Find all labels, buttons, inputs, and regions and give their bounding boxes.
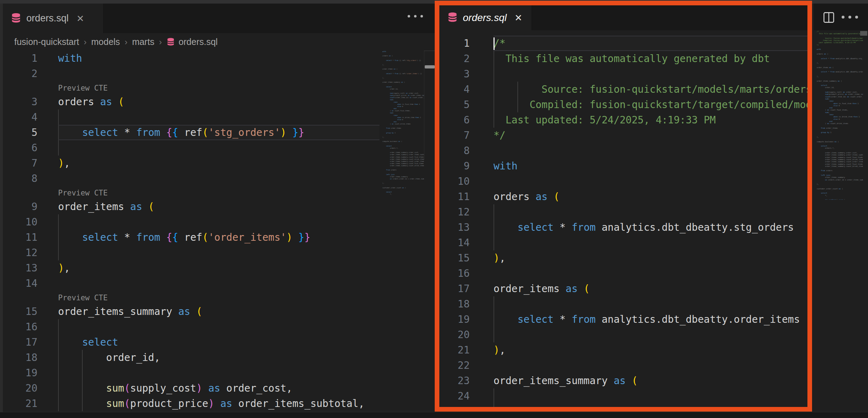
code-text[interactable]: orders as ( bbox=[494, 189, 807, 204]
code-line[interactable]: 9with bbox=[439, 158, 807, 174]
code-text[interactable]: select * from {{ ref('order_items') }} bbox=[58, 230, 379, 245]
code-line[interactable]: 7*/ bbox=[439, 128, 807, 143]
code-line[interactable]: 6 bbox=[3, 140, 379, 156]
right-minimap[interactable]: /* This file was automatically generated… bbox=[817, 30, 863, 200]
code-line[interactable]: 14 bbox=[439, 235, 807, 250]
code-line[interactable]: 1with bbox=[3, 51, 379, 66]
code-line[interactable]: 17order_items as ( bbox=[439, 281, 807, 296]
code-line[interactable]: 25 select bbox=[439, 404, 807, 407]
code-line[interactable]: 19 bbox=[3, 365, 379, 381]
code-text[interactable]: orders as ( bbox=[58, 94, 379, 109]
code-line[interactable]: 3 bbox=[439, 66, 807, 82]
code-text[interactable]: order_items_summary as ( bbox=[494, 373, 807, 388]
code-text[interactable] bbox=[494, 143, 807, 158]
code-text[interactable] bbox=[58, 245, 379, 260]
code-text[interactable]: Last updated: 5/24/2025, 4:19:33 PM bbox=[494, 112, 807, 128]
code-text[interactable]: with bbox=[58, 51, 379, 66]
code-text[interactable]: sum(product_price) as order_items_subtot… bbox=[58, 396, 379, 411]
code-text[interactable] bbox=[58, 109, 379, 125]
code-text[interactable]: order_items as ( bbox=[494, 281, 807, 296]
code-text[interactable]: select * from analytics.dbt_dbeatty.stg_… bbox=[494, 220, 807, 235]
code-text[interactable]: */ bbox=[494, 128, 807, 143]
code-line[interactable]: 19 select * from analytics.dbt_dbeatty.o… bbox=[439, 312, 807, 327]
code-text[interactable] bbox=[494, 66, 807, 82]
code-text[interactable]: select bbox=[58, 335, 379, 350]
code-text[interactable]: with bbox=[494, 158, 807, 174]
code-line[interactable]: 15), bbox=[439, 250, 807, 266]
left-minimap[interactable]: with orders as ( select * from {{ ref('s… bbox=[382, 51, 424, 197]
code-text[interactable]: ), bbox=[58, 156, 379, 171]
tab-orders-sql-preview[interactable]: orders.sql ✕ bbox=[439, 5, 532, 30]
code-line[interactable]: 7), bbox=[3, 156, 379, 171]
code-line[interactable]: 5 Compiled: fusion-quickstart/target/com… bbox=[439, 97, 807, 112]
code-line[interactable]: 17 select bbox=[3, 335, 379, 350]
code-line[interactable]: 2 This file was automatically generated … bbox=[439, 51, 807, 66]
code-text[interactable] bbox=[494, 327, 807, 342]
codelens-preview-cte[interactable]: Preview CTE bbox=[3, 81, 379, 94]
code-text[interactable] bbox=[58, 365, 379, 381]
code-line[interactable]: 20 sum(supply_cost) as order_cost, bbox=[3, 381, 379, 396]
code-line[interactable]: 12 bbox=[3, 245, 379, 260]
code-text[interactable] bbox=[494, 266, 807, 281]
code-text[interactable] bbox=[494, 388, 807, 404]
code-text[interactable] bbox=[58, 140, 379, 156]
code-text[interactable]: sum(supply_cost) as order_cost, bbox=[58, 381, 379, 396]
right-editor[interactable]: 1/*2 This file was automatically generat… bbox=[439, 36, 807, 407]
code-line[interactable]: 11orders as ( bbox=[439, 189, 807, 204]
scrollbar-thumb[interactable] bbox=[425, 65, 435, 68]
code-text[interactable]: Compiled: fusion-quickstart/target/compi… bbox=[494, 97, 807, 112]
code-line[interactable]: 4 bbox=[3, 109, 379, 125]
breadcrumb-item[interactable]: models bbox=[91, 37, 120, 47]
breadcrumb-item[interactable]: fusion-quickstart bbox=[14, 37, 79, 47]
code-line[interactable]: 9order_items as ( bbox=[3, 199, 379, 214]
code-text[interactable]: This file was automatically generated by… bbox=[494, 51, 807, 66]
breadcrumb-file[interactable]: orders.sql bbox=[179, 37, 218, 47]
scrollbar-thumb[interactable] bbox=[860, 31, 867, 36]
code-line[interactable]: 11 select * from {{ ref('order_items') }… bbox=[3, 230, 379, 245]
code-text[interactable]: select * from analytics.dbt_dbeatty.orde… bbox=[494, 312, 807, 327]
code-line[interactable]: 12 bbox=[439, 204, 807, 220]
code-line[interactable]: 21 sum(product_price) as order_items_sub… bbox=[3, 396, 379, 411]
code-text[interactable] bbox=[58, 171, 379, 186]
code-line[interactable]: 10 bbox=[3, 214, 379, 230]
code-text[interactable]: order_id, bbox=[58, 350, 379, 365]
left-editor[interactable]: 1with2Preview CTE3orders as (45 select *… bbox=[3, 51, 379, 412]
code-text[interactable]: order_items as ( bbox=[58, 199, 379, 214]
code-text[interactable] bbox=[494, 174, 807, 189]
code-text[interactable]: ), bbox=[58, 260, 379, 276]
more-actions-button[interactable] bbox=[408, 15, 423, 17]
close-icon[interactable]: ✕ bbox=[77, 14, 84, 23]
tab-orders-sql[interactable]: orders.sql ✕ bbox=[3, 4, 104, 33]
code-line[interactable]: 18 order_id, bbox=[3, 350, 379, 365]
code-line[interactable]: 21), bbox=[439, 342, 807, 358]
code-line[interactable]: 15order_items_summary as ( bbox=[3, 304, 379, 319]
code-text[interactable] bbox=[494, 296, 807, 312]
code-line[interactable]: 13 select * from analytics.dbt_dbeatty.s… bbox=[439, 220, 807, 235]
code-text[interactable]: ), bbox=[494, 250, 807, 266]
code-text[interactable] bbox=[58, 319, 379, 335]
code-line[interactable]: 8 bbox=[439, 143, 807, 158]
code-text[interactable]: select * from {{ ref('stg_orders') }} bbox=[58, 125, 379, 140]
code-line[interactable]: 3orders as ( bbox=[3, 94, 379, 109]
code-line[interactable]: 10 bbox=[439, 174, 807, 189]
code-line[interactable]: 22 bbox=[439, 358, 807, 373]
more-actions-button[interactable] bbox=[842, 16, 858, 19]
code-text[interactable]: select bbox=[494, 404, 807, 407]
close-icon[interactable]: ✕ bbox=[515, 13, 522, 22]
code-line[interactable]: 14 bbox=[3, 276, 379, 291]
code-line[interactable]: 2 bbox=[3, 66, 379, 81]
code-line[interactable]: 18 bbox=[439, 296, 807, 312]
code-line[interactable]: 6 Last updated: 5/24/2025, 4:19:33 PM bbox=[439, 112, 807, 128]
code-text[interactable]: ), bbox=[494, 342, 807, 358]
codelens-preview-cte[interactable]: Preview CTE bbox=[3, 291, 379, 304]
code-text[interactable] bbox=[494, 358, 807, 373]
code-line[interactable]: 4 Source: fusion-quickstart/models/marts… bbox=[439, 82, 807, 97]
code-line[interactable]: 24 bbox=[439, 388, 807, 404]
code-line[interactable]: 5 select * from {{ ref('stg_orders') }} bbox=[3, 125, 379, 140]
code-text[interactable] bbox=[494, 204, 807, 220]
split-editor-icon[interactable] bbox=[823, 12, 835, 25]
code-line[interactable]: 20 bbox=[439, 327, 807, 342]
code-line[interactable]: 16 bbox=[3, 319, 379, 335]
code-text[interactable] bbox=[58, 66, 379, 81]
code-text[interactable]: Source: fusion-quickstart/models/marts/o… bbox=[494, 82, 807, 97]
